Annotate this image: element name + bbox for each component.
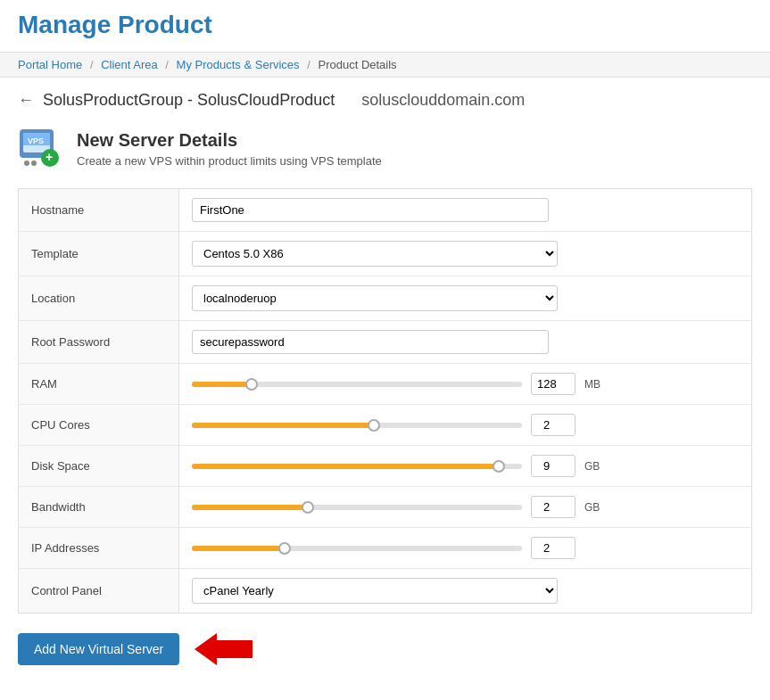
ram-slider-row: MB	[192, 373, 739, 395]
hostname-row: Hostname	[19, 189, 752, 232]
control-panel-row: Control Panel cPanel Yearly cPanel Month…	[19, 569, 752, 614]
disk-unit: GB	[584, 460, 607, 473]
disk-slider-container	[192, 457, 522, 475]
svg-marker-8	[195, 633, 253, 665]
template-select[interactable]: Centos 5.0 X86 Centos 6.0 X86 Ubuntu 14.…	[192, 241, 558, 267]
cpu-slider-fill	[192, 423, 374, 428]
location-input-cell: localnoderuop us-east eu-west	[179, 276, 752, 321]
cpu-slider-thumb[interactable]	[368, 419, 380, 432]
location-row: Location localnoderuop us-east eu-west	[19, 276, 752, 321]
vps-icon: VPS +	[18, 126, 64, 172]
bandwidth-value-input[interactable]	[531, 496, 575, 518]
root-password-label: Root Password	[19, 321, 179, 364]
control-panel-input-cell: cPanel Yearly cPanel Monthly None	[179, 569, 752, 614]
red-arrow-icon	[190, 631, 253, 667]
root-password-input[interactable]	[192, 330, 549, 354]
bandwidth-slider-row: GB	[192, 496, 739, 518]
product-domain: solusclouddomain.com	[361, 91, 525, 110]
ram-slider-container	[192, 375, 522, 393]
ip-input-cell	[179, 528, 752, 569]
ram-value-input[interactable]	[531, 373, 575, 395]
server-details-text: New Server Details Create a new VPS with…	[77, 130, 382, 168]
bandwidth-slider-container	[192, 498, 522, 516]
template-label: Template	[19, 232, 179, 276]
bandwidth-unit: GB	[584, 501, 607, 514]
cpu-label: CPU Cores	[19, 405, 179, 446]
breadcrumb-products-services[interactable]: My Products & Services	[177, 58, 300, 71]
ip-slider-fill	[192, 546, 285, 551]
breadcrumb-sep-2: /	[165, 58, 169, 71]
ip-slider-thumb[interactable]	[278, 542, 291, 555]
control-panel-label: Control Panel	[19, 569, 179, 614]
disk-row: Disk Space GB	[19, 446, 752, 487]
svg-point-7	[31, 161, 37, 166]
template-input-cell: Centos 5.0 X86 Centos 6.0 X86 Ubuntu 14.…	[179, 232, 752, 276]
back-arrow-icon[interactable]: ←	[18, 91, 34, 110]
ram-label: RAM	[19, 364, 179, 405]
breadcrumb-client-area[interactable]: Client Area	[101, 58, 158, 71]
template-row: Template Centos 5.0 X86 Centos 6.0 X86 U…	[19, 232, 752, 276]
add-new-virtual-server-button[interactable]: Add New Virtual Server	[18, 633, 179, 665]
action-row: Add New Virtual Server	[18, 631, 752, 667]
bandwidth-label: Bandwidth	[19, 487, 179, 528]
breadcrumb-sep-3: /	[307, 58, 310, 71]
disk-label: Disk Space	[19, 446, 179, 487]
ram-slider-fill	[192, 382, 252, 387]
breadcrumb: Portal Home / Client Area / My Products …	[0, 52, 770, 78]
ram-input-cell: MB	[179, 364, 752, 405]
root-password-row: Root Password	[19, 321, 752, 364]
hostname-input-cell	[179, 189, 752, 232]
product-heading: ← SolusProductGroup - SolusCloudProduct …	[18, 91, 752, 110]
hostname-label: Hostname	[19, 189, 179, 232]
bandwidth-slider-thumb[interactable]	[302, 501, 314, 514]
cpu-row: CPU Cores	[19, 405, 752, 446]
disk-value-input[interactable]	[531, 455, 575, 477]
svg-text:+: +	[46, 150, 53, 164]
ip-slider-container	[192, 539, 522, 557]
breadcrumb-current: Product Details	[318, 58, 396, 71]
server-details-description: Create a new VPS within product limits u…	[77, 154, 382, 168]
ram-unit: MB	[584, 378, 607, 391]
root-password-input-cell	[179, 321, 752, 364]
breadcrumb-sep-1: /	[90, 58, 94, 71]
disk-input-cell: GB	[179, 446, 752, 487]
location-label: Location	[19, 276, 179, 321]
control-panel-select[interactable]: cPanel Yearly cPanel Monthly None	[192, 578, 558, 604]
arrow-indicator	[190, 631, 253, 667]
disk-slider-fill	[192, 464, 499, 469]
cpu-slider-container	[192, 416, 522, 434]
ram-row: RAM MB	[19, 364, 752, 405]
svg-text:VPS: VPS	[28, 136, 44, 145]
ip-row: IP Addresses	[19, 528, 752, 569]
ip-label: IP Addresses	[19, 528, 179, 569]
ram-slider-thumb[interactable]	[245, 378, 258, 391]
main-content: ← SolusProductGroup - SolusCloudProduct …	[0, 78, 770, 700]
product-name: SolusProductGroup - SolusCloudProduct	[43, 91, 335, 110]
disk-slider-row: GB	[192, 455, 739, 477]
bandwidth-slider-fill	[192, 505, 308, 510]
hostname-input[interactable]	[192, 198, 549, 222]
page-title: Manage Product	[18, 11, 752, 39]
form-table: Hostname Template Centos 5.0 X86 Centos …	[18, 188, 752, 614]
bandwidth-input-cell: GB	[179, 487, 752, 528]
disk-slider-thumb[interactable]	[493, 460, 505, 473]
svg-point-6	[24, 161, 29, 166]
ip-value-input[interactable]	[531, 537, 575, 559]
bandwidth-row: Bandwidth GB	[19, 487, 752, 528]
breadcrumb-portal-home[interactable]: Portal Home	[18, 58, 82, 71]
cpu-value-input[interactable]	[531, 414, 575, 436]
cpu-input-cell	[179, 405, 752, 446]
page-header: Manage Product	[0, 0, 770, 52]
ip-slider-row	[192, 537, 739, 559]
cpu-slider-row	[192, 414, 739, 436]
server-details-heading: New Server Details	[77, 130, 382, 151]
server-details-header: VPS + New Server Details Create a new VP…	[18, 126, 752, 172]
location-select[interactable]: localnoderuop us-east eu-west	[192, 285, 558, 311]
